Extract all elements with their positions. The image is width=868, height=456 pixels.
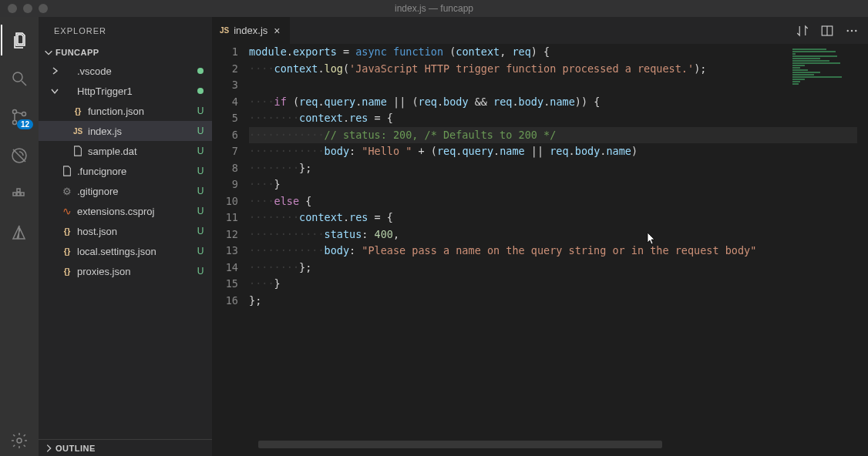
outline-label: OUTLINE — [56, 444, 96, 453]
activitybar: 12 — [0, 17, 39, 456]
svg-point-11 — [847, 29, 849, 31]
files-icon — [11, 31, 29, 49]
git-status: U — [195, 166, 206, 176]
file-tree-item[interactable]: ⚙.gitignoreU — [39, 181, 212, 201]
file-label: index.js — [88, 126, 195, 137]
file-tree-item[interactable]: .vscode — [39, 61, 212, 81]
svg-point-13 — [855, 29, 856, 31]
close-window-icon[interactable] — [8, 4, 17, 13]
minimap[interactable] — [792, 49, 854, 86]
file-label: sample.dat — [88, 146, 195, 157]
activity-debug[interactable] — [1, 140, 38, 171]
scm-badge: 12 — [17, 119, 33, 129]
file-tree-item[interactable]: HttpTrigger1 — [39, 81, 212, 101]
sidebar: EXPLORER FUNCAPP .vscodeHttpTrigger1{}fu… — [39, 17, 212, 456]
horizontal-scrollbar[interactable] — [258, 441, 853, 448]
activity-scm[interactable]: 12 — [1, 102, 38, 132]
activity-search[interactable] — [1, 63, 38, 94]
scrollbar-thumb[interactable] — [258, 441, 662, 448]
window-controls[interactable] — [0, 4, 48, 13]
file-tree: .vscodeHttpTrigger1{}function.jsonUJSind… — [39, 61, 212, 281]
gear-icon — [10, 431, 29, 450]
titlebar: index.js — funcapp — [0, 0, 868, 17]
svg-point-12 — [851, 29, 853, 31]
code-content[interactable]: module.exports = async function (context… — [249, 44, 868, 456]
window-title: index.js — funcapp — [395, 3, 473, 14]
tab-label: index.js — [234, 25, 267, 36]
git-status: U — [195, 146, 206, 156]
svg-rect-6 — [17, 193, 20, 196]
search-icon — [10, 69, 29, 88]
file-icon: ∿ — [60, 205, 74, 217]
svg-point-1 — [13, 110, 17, 114]
git-status: U — [195, 266, 206, 277]
project-name: FUNCAPP — [56, 48, 99, 57]
chevron-right-icon[interactable] — [49, 67, 60, 75]
activity-azure[interactable] — [1, 217, 38, 248]
tab-bar: JS index.js × — [212, 17, 868, 44]
activity-explorer[interactable] — [1, 25, 38, 55]
js-icon: JS — [220, 26, 229, 35]
mouse-cursor-icon — [647, 232, 656, 246]
file-label: local.settings.json — [77, 246, 195, 257]
file-tree-item[interactable]: {}function.jsonU — [39, 101, 212, 121]
svg-rect-5 — [13, 193, 16, 196]
file-icon: ⚙ — [60, 186, 74, 197]
file-label: extensions.csproj — [77, 206, 195, 217]
activity-docker[interactable] — [1, 179, 38, 210]
svg-point-0 — [13, 72, 22, 82]
file-label: proxies.json — [77, 266, 195, 277]
file-icon: JS — [71, 127, 85, 136]
svg-point-9 — [17, 438, 22, 443]
close-icon[interactable]: × — [272, 25, 281, 37]
sidebar-section-outline[interactable]: OUTLINE — [39, 439, 212, 456]
file-label: .vscode — [77, 65, 195, 77]
file-icon — [71, 146, 85, 156]
svg-point-2 — [13, 121, 17, 125]
git-status — [195, 65, 206, 76]
file-icon: {} — [71, 106, 85, 116]
git-status: U — [195, 206, 206, 216]
tab-index-js[interactable]: JS index.js × — [212, 17, 291, 44]
line-gutter: 12345678910111213141516 — [212, 44, 249, 456]
overview-ruler[interactable] — [857, 44, 868, 456]
file-label: .funcignore — [77, 166, 195, 177]
chevron-right-icon — [43, 443, 54, 454]
git-status: U — [195, 226, 206, 236]
editor: JS index.js × 12345678910111213141516 mo… — [212, 17, 868, 456]
file-tree-item[interactable]: {}local.settings.jsonU — [39, 241, 212, 261]
file-label: HttpTrigger1 — [77, 86, 195, 97]
svg-rect-8 — [17, 189, 20, 192]
maximize-window-icon[interactable] — [39, 4, 48, 13]
compare-icon[interactable] — [796, 24, 809, 38]
azure-icon — [10, 223, 29, 242]
file-icon: {} — [60, 267, 74, 276]
code-area[interactable]: 12345678910111213141516 module.exports =… — [212, 44, 868, 456]
file-label: host.json — [77, 226, 195, 237]
file-tree-item[interactable]: {}proxies.jsonU — [39, 261, 212, 281]
file-tree-item[interactable]: {}host.jsonU — [39, 221, 212, 241]
git-status — [195, 86, 206, 96]
git-status: U — [195, 106, 206, 116]
chevron-down-icon[interactable] — [49, 87, 60, 95]
minimize-window-icon[interactable] — [23, 4, 32, 13]
split-editor-icon[interactable] — [820, 24, 834, 38]
file-icon: {} — [60, 246, 74, 256]
file-tree-item[interactable]: ∿extensions.csprojU — [39, 201, 212, 221]
file-label: function.json — [88, 106, 195, 117]
more-icon[interactable] — [845, 24, 859, 38]
file-tree-item[interactable]: .funcignoreU — [39, 161, 212, 181]
file-icon — [60, 166, 74, 176]
git-status: U — [195, 246, 206, 256]
sidebar-section-project[interactable]: FUNCAPP — [39, 44, 212, 61]
svg-point-3 — [22, 112, 26, 116]
file-tree-item[interactable]: JSindex.jsU — [39, 121, 212, 141]
git-status: U — [195, 186, 206, 196]
file-icon: {} — [60, 226, 74, 236]
debug-icon — [10, 146, 29, 165]
sidebar-title: EXPLORER — [39, 17, 212, 44]
file-tree-item[interactable]: sample.datU — [39, 141, 212, 161]
chevron-down-icon — [43, 47, 54, 58]
activity-settings[interactable] — [1, 425, 38, 456]
file-label: .gitignore — [77, 186, 195, 197]
